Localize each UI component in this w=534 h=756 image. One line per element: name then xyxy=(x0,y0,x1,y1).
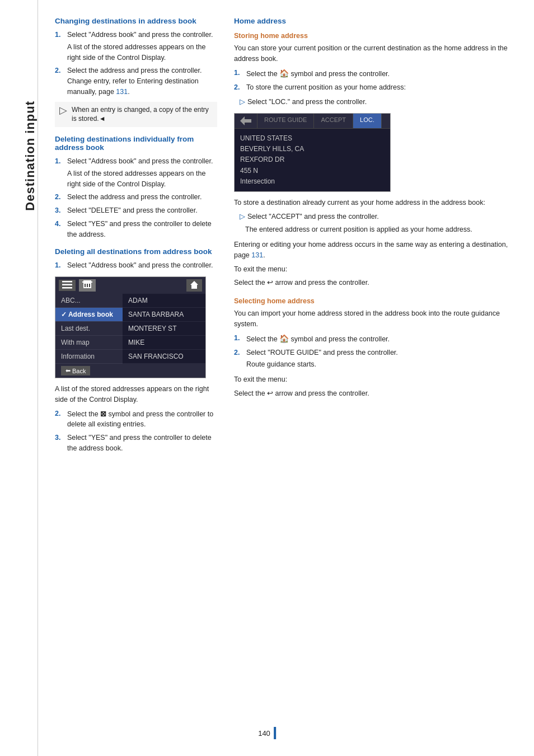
route-back-icon xyxy=(235,114,257,128)
menu-right-santa-barbara[interactable]: SANTA BARBARA xyxy=(123,308,205,322)
section-delete-all-title: Deleting all destinations from address b… xyxy=(55,247,217,256)
exit-step-1: Select the ↩ arrow and press the control… xyxy=(234,278,523,288)
svg-rect-4 xyxy=(82,281,92,283)
page-number: 140 xyxy=(258,729,270,738)
route-row-intersection: Intersection xyxy=(240,176,385,187)
svg-rect-1 xyxy=(62,284,72,286)
route-tab-accept[interactable]: ACCEPT xyxy=(314,114,353,128)
sub-title-storing: Storing home address xyxy=(234,32,523,40)
menu-item-last-dest[interactable]: Last dest. xyxy=(55,322,123,336)
delete-symbol-icon: ⊠ xyxy=(100,410,106,418)
menu-bottom-bar: ⬅ Back xyxy=(55,364,205,378)
back-arrow-icon: ⬅ xyxy=(65,367,71,374)
back-label: Back xyxy=(72,368,86,374)
sub-title-selecting: Selecting home address xyxy=(234,297,523,305)
route-screenshot: ROUTE GUIDE ACCEPT LOC. UNITED STATES BE… xyxy=(234,113,391,192)
route-row-street: REXFORD DR xyxy=(240,154,385,165)
svg-rect-0 xyxy=(62,281,72,283)
svg-marker-9 xyxy=(190,281,198,289)
link-131-1[interactable]: 131 xyxy=(116,88,128,96)
section-delete-individual-title: Deleting destinations individually from … xyxy=(55,135,217,152)
home-symbol-icon-2: 🏠 xyxy=(279,334,289,343)
menu-icon-home[interactable] xyxy=(186,279,202,292)
right-step-2: 2. To store the current position as your… xyxy=(234,82,523,93)
section-delete-all: Deleting all destinations from address b… xyxy=(55,247,217,453)
right-column: Home address Storing home address You ca… xyxy=(228,17,523,734)
note-box-1: ▷ When an entry is changed, a copy of th… xyxy=(55,102,217,128)
accept-note: The entered address or current position … xyxy=(245,224,523,235)
exit-step-2: Select the ↩ arrow and press the control… xyxy=(234,388,523,399)
right-sel-step-1: 1. Select the 🏠 symbol and press the con… xyxy=(234,333,523,345)
menu-item-address-book[interactable]: Address book xyxy=(55,308,123,322)
step-1-1: 1. Select "Address book" and press the c… xyxy=(55,30,217,63)
step-2-4: 4. Select "YES" and press the controller… xyxy=(55,219,217,240)
menu-item-abc[interactable]: ABC... xyxy=(55,294,123,308)
step-3-2: 2. Select the ⊠ symbol and press the con… xyxy=(55,408,217,430)
menu-rows: ABC... Address book Last dest. With map … xyxy=(55,294,205,364)
section-changing: Changing destinations in address book 1.… xyxy=(55,17,217,127)
bullet-arrow-icon-2: ▷ xyxy=(240,212,245,222)
step-2-1: 1. Select "Address book" and press the c… xyxy=(55,156,217,189)
bullet-arrow-icon-1: ▷ xyxy=(240,97,245,107)
step-2-2: 2. Select the address and press the cont… xyxy=(55,192,217,203)
menu-right-panel: ADAM SANTA BARBARA MONTEREY ST MIKE SAN … xyxy=(123,294,205,364)
section-home-address: Home address Storing home address You ca… xyxy=(234,17,523,399)
sidebar-label: Destination input xyxy=(17,101,38,211)
menu-right-san-francisco[interactable]: SAN FRANCISCO xyxy=(123,350,205,364)
selecting-intro: You can import your home address stored … xyxy=(234,308,523,330)
arrow-step-1: ▷ Select "LOC." and press the controller… xyxy=(234,97,523,107)
after-menu-text: A list of the stored addresses appears o… xyxy=(55,384,217,405)
arrow-step-text-1: Select "LOC." and press the controller. xyxy=(247,97,367,107)
page-number-area: 140 xyxy=(258,727,276,739)
menu-right-adam[interactable]: ADAM xyxy=(123,294,205,308)
route-row-number: 455 N xyxy=(240,166,385,176)
menu-screenshot: ABC... Address book Last dest. With map … xyxy=(55,276,206,378)
link-131-2[interactable]: 131 xyxy=(251,251,263,259)
svg-rect-2 xyxy=(62,287,72,289)
more-text: Entering or editing your home address oc… xyxy=(234,240,523,261)
route-tab-loc[interactable]: LOC. xyxy=(353,114,382,128)
route-tab-guide[interactable]: ROUTE GUIDE xyxy=(257,114,314,128)
section-delete-individual: Deleting destinations individually from … xyxy=(55,135,217,240)
right-sel-step-2: 2. Select "ROUTE GUIDE" and press the co… xyxy=(234,348,523,370)
route-top-bar: ROUTE GUIDE ACCEPT LOC. xyxy=(235,114,390,129)
section-home-address-title: Home address xyxy=(234,17,523,25)
section-changing-title: Changing destinations in address book xyxy=(55,17,217,25)
menu-top-bar xyxy=(55,277,205,294)
back-button[interactable]: ⬅ Back xyxy=(61,366,90,375)
menu-item-with-map[interactable]: With map xyxy=(55,336,123,350)
exit-text-1: To exit the menu: xyxy=(234,264,523,275)
menu-left-panel: ABC... Address book Last dest. With map … xyxy=(55,294,123,364)
storing-intro: You can store your current position or t… xyxy=(234,43,523,64)
route-row-city: BEVERLY HILLS, CA xyxy=(240,144,385,154)
step-3-3: 3. Select "YES" and press the controller… xyxy=(55,433,217,454)
arrow-step-2: ▷ Select "ACCEPT" and press the controll… xyxy=(234,212,523,222)
menu-right-mike[interactable]: MIKE xyxy=(123,336,205,350)
arrow-step-text-2: Select "ACCEPT" and press the controller… xyxy=(247,212,379,222)
note-icon-1: ▷ xyxy=(59,104,67,116)
route-row-country: UNITED STATES xyxy=(240,133,385,144)
page-bar xyxy=(274,727,276,739)
menu-icon-list[interactable] xyxy=(59,280,76,291)
step-3-1: 1. Select "Address book" and press the c… xyxy=(55,260,217,271)
step-1-2: 2. Select the address and press the cont… xyxy=(55,65,217,97)
menu-icon-delete[interactable] xyxy=(79,279,96,292)
right-step-1: 1. Select the 🏠 symbol and press the con… xyxy=(234,68,523,79)
step-2-3: 3. Select "DELETE" and press the control… xyxy=(55,205,217,216)
note-text-1: When an entry is changed, a copy of the … xyxy=(72,105,213,124)
left-column: Changing destinations in address book 1.… xyxy=(55,17,228,734)
home-symbol-icon-1: 🏠 xyxy=(279,69,289,78)
menu-item-information[interactable]: Information xyxy=(55,350,123,364)
sidebar: Destination input xyxy=(0,0,38,756)
after-route-text: To store a destination already current a… xyxy=(234,198,523,208)
svg-rect-3 xyxy=(83,280,91,281)
exit-text-2: To exit the menu: xyxy=(234,374,523,385)
menu-right-monterey[interactable]: MONTEREY ST xyxy=(123,322,205,336)
svg-marker-10 xyxy=(240,116,251,125)
route-body: UNITED STATES BEVERLY HILLS, CA REXFORD … xyxy=(235,129,390,191)
